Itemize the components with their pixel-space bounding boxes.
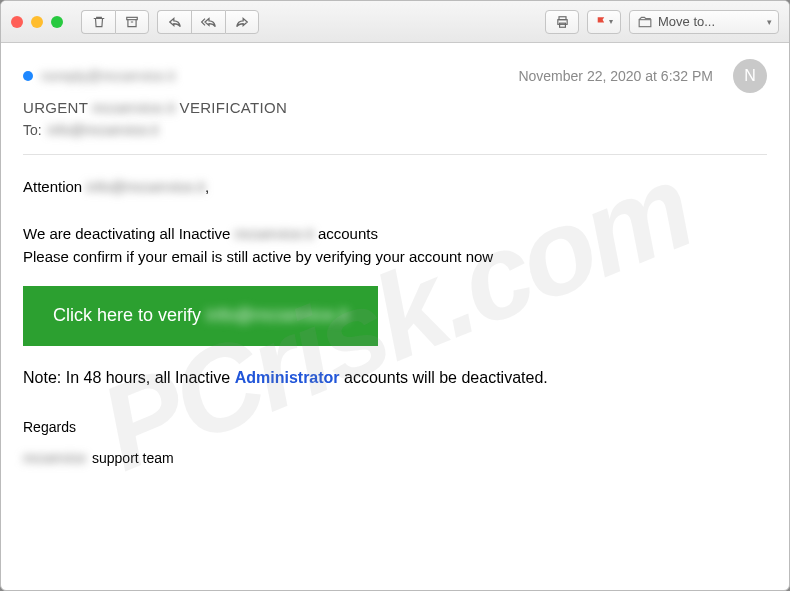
regards: Regards: [23, 417, 767, 439]
window-controls: [11, 16, 63, 28]
verify-button[interactable]: Click here to verify info@mcservice.it: [23, 286, 378, 346]
attention-redacted: info@mcservice.it: [86, 178, 205, 195]
flag-button[interactable]: ▾: [587, 10, 621, 34]
maximize-window-button[interactable]: [51, 16, 63, 28]
email-subject: URGENT mcservice.it VERIFICATION: [23, 99, 767, 116]
verify-btn-text: Click here to verify: [53, 305, 201, 325]
header-divider: [23, 154, 767, 155]
body-line2: Please confirm if your email is still ac…: [23, 245, 767, 268]
support-line: mcservice support team: [23, 448, 767, 470]
attention-label: Attention: [23, 178, 82, 195]
forward-button[interactable]: [225, 10, 259, 34]
verify-btn-redacted: info@mcservice.it: [206, 305, 348, 325]
body-line1a: We are deactivating all Inactive: [23, 225, 230, 242]
support-text: support team: [92, 448, 174, 470]
minimize-window-button[interactable]: [31, 16, 43, 28]
header-row: noreply@mcservice.it November 22, 2020 a…: [23, 59, 767, 93]
email-window: ▾ Move to... PCrisk.com noreply@mcservic…: [0, 0, 790, 591]
from-address: noreply@mcservice.it: [41, 68, 175, 84]
move-to-dropdown[interactable]: Move to...: [629, 10, 779, 34]
subject-suffix: VERIFICATION: [180, 99, 288, 116]
move-to-label: Move to...: [658, 14, 715, 29]
email-body: Attention info@mcservice.it, We are deac…: [23, 175, 767, 470]
body-line1b: accounts: [318, 225, 378, 242]
sender-avatar: N: [733, 59, 767, 93]
email-date: November 22, 2020 at 6:32 PM: [518, 68, 713, 84]
subject-redacted: mcservice.it: [92, 99, 175, 116]
close-window-button[interactable]: [11, 16, 23, 28]
subject-prefix: URGENT: [23, 99, 88, 116]
support-redacted: mcservice: [23, 448, 86, 470]
trash-button[interactable]: [81, 10, 115, 34]
to-row: To: info@mcservice.it: [23, 122, 767, 138]
email-content: PCrisk.com noreply@mcservice.it November…: [1, 43, 789, 590]
to-label: To:: [23, 122, 42, 138]
svg-rect-4: [639, 19, 651, 26]
note-line: Note: In 48 hours, all Inactive Administ…: [23, 366, 767, 391]
titlebar: ▾ Move to...: [1, 1, 789, 43]
administrator-link[interactable]: Administrator: [235, 369, 340, 386]
reply-button[interactable]: [157, 10, 191, 34]
print-button[interactable]: [545, 10, 579, 34]
svg-rect-0: [127, 17, 138, 19]
to-address: info@mcservice.it: [48, 122, 159, 138]
reply-group: [157, 10, 259, 34]
attention-comma: ,: [205, 178, 209, 195]
unread-indicator: [23, 71, 33, 81]
archive-button[interactable]: [115, 10, 149, 34]
body-line1-redacted: mcservice.it: [235, 225, 314, 242]
note-b: accounts will be deactivated.: [344, 369, 548, 386]
delete-group: [81, 10, 149, 34]
note-a: Note: In 48 hours, all Inactive: [23, 369, 230, 386]
reply-all-button[interactable]: [191, 10, 225, 34]
